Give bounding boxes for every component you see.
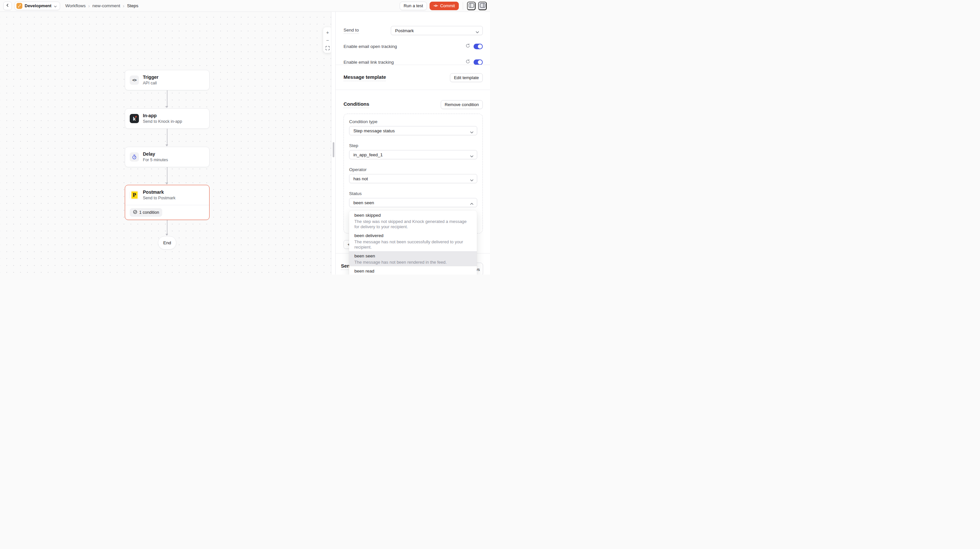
operator-select[interactable]: has not [349, 174, 477, 183]
workflow-canvas[interactable]: <> Trigger API call k In-app Send to Kno… [0, 12, 331, 275]
edit-template-button[interactable]: Edit template [450, 73, 483, 82]
link-tracking-toggle[interactable] [474, 59, 483, 65]
step-select[interactable]: in_app_feed_1 [349, 150, 477, 159]
node-postmark[interactable]: P Postmark Send to Postmark 1 condition [125, 185, 210, 220]
environment-label: Development [25, 3, 52, 8]
panel-resize-handle[interactable] [332, 142, 334, 157]
toggle-right-panel-button[interactable] [478, 2, 487, 10]
chevron-down-icon [54, 3, 57, 9]
edge-trigger-inapp [167, 89, 167, 106]
workflow-branch-icon [16, 3, 22, 9]
panel-right-icon [480, 3, 485, 9]
status-label: Status [349, 191, 477, 196]
condition-type-value: Step message status [353, 128, 395, 133]
panel-resize-gutter[interactable] [331, 12, 336, 275]
commit-label: Commit [440, 3, 455, 8]
edge-postmark-end [167, 220, 167, 234]
edge-arrowhead [165, 234, 168, 236]
node-delay[interactable]: Delay For 5 minutes [125, 147, 210, 167]
status-value: been seen [353, 200, 374, 205]
chevron-up-icon [470, 202, 474, 207]
condition-type-select[interactable]: Step message status [349, 126, 477, 135]
status-select[interactable]: been seen [349, 198, 477, 207]
dropdown-option-been-skipped[interactable]: been skipped The step was not skipped an… [349, 210, 477, 231]
option-description: The message has not been successfully de… [354, 239, 472, 250]
node-subtitle: For 5 minutes [143, 157, 168, 163]
chevron-down-icon [470, 154, 474, 159]
breadcrumb: Workflows › new-comment › Steps [65, 3, 138, 8]
edge-inapp-delay [167, 128, 167, 145]
back-button[interactable] [3, 2, 12, 10]
environment-switcher[interactable]: Development [14, 2, 60, 10]
node-end[interactable]: End [158, 236, 177, 250]
postmark-stamp-icon: P [130, 191, 139, 200]
zoom-out-button[interactable]: − [323, 36, 331, 44]
node-subtitle: API call [143, 80, 158, 86]
conditions-heading: Conditions [344, 101, 369, 108]
open-tracking-label: Enable email open tracking [344, 44, 397, 49]
run-test-button[interactable]: Run a test [400, 2, 427, 10]
chevron-left-icon [6, 3, 10, 8]
operator-label: Operator [349, 167, 477, 172]
breadcrumb-workflows[interactable]: Workflows [65, 3, 86, 8]
node-title: Delay [143, 151, 168, 157]
section-divider [336, 65, 490, 65]
commit-icon [434, 3, 438, 8]
edge-arrowhead [165, 106, 168, 108]
check-circle-icon [133, 210, 137, 215]
option-title: been skipped [354, 212, 472, 218]
breadcrumb-workflow-name[interactable]: new-comment [92, 3, 120, 8]
edge-delay-postmark [167, 167, 167, 183]
message-template-heading: Message template [344, 74, 386, 81]
option-description: The message has not been rendered in the… [354, 260, 472, 265]
chevron-right-icon: › [123, 3, 124, 8]
step-value: in_app_feed_1 [353, 152, 383, 157]
dropdown-option-been-seen[interactable]: been seen The message has not been rende… [349, 251, 477, 266]
step-label: Step [349, 143, 477, 148]
remove-condition-button[interactable]: Remove condition [441, 100, 483, 109]
node-subtitle: Send to Postmark [143, 196, 175, 201]
edge-arrowhead [165, 145, 168, 146]
stopwatch-icon [130, 152, 139, 162]
node-title: Postmark [143, 189, 175, 195]
chevron-down-icon [470, 130, 474, 135]
node-subtitle: Send to Knock in-app [143, 119, 182, 124]
send-to-value: Postmark [395, 28, 414, 33]
refresh-icon[interactable] [465, 43, 470, 49]
condition-type-label: Condition type [349, 119, 477, 124]
dropdown-option-been-delivered[interactable]: been delivered The message has not been … [349, 231, 477, 251]
option-title: been read [354, 268, 472, 274]
send-to-label: Send to [344, 27, 359, 34]
condition-badge-label: 1 condition [139, 210, 159, 215]
dropdown-option-been-read[interactable]: been read [349, 266, 477, 275]
knock-logo-icon: k [130, 114, 139, 123]
node-title: In-app [143, 113, 182, 119]
code-brackets-icon: <> [130, 75, 139, 85]
node-in-app[interactable]: k In-app Send to Knock in-app [125, 108, 210, 129]
node-trigger[interactable]: <> Trigger API call [125, 70, 210, 90]
edge-arrowhead [165, 183, 168, 185]
option-title: been seen [354, 253, 472, 259]
fit-view-button[interactable] [323, 44, 331, 52]
node-title: Trigger [143, 74, 158, 80]
send-to-select[interactable]: Postmark [391, 26, 483, 35]
refresh-icon[interactable] [465, 59, 470, 65]
canvas-zoom-controls: + − [323, 27, 331, 53]
commit-button[interactable]: Commit [430, 2, 459, 10]
top-bar: Development Workflows › new-comment › St… [0, 0, 490, 12]
option-description: The step was not skipped and Knock gener… [354, 219, 472, 229]
zoom-in-button[interactable]: + [323, 28, 331, 36]
link-tracking-label: Enable email link tracking [344, 60, 394, 65]
chevron-down-icon [470, 178, 474, 183]
breadcrumb-steps[interactable]: Steps [127, 3, 138, 8]
send-windows-heading-partial: Sen [341, 263, 350, 270]
open-tracking-toggle[interactable] [474, 44, 483, 49]
step-config-panel: Send to Postmark Enable email open track… [336, 12, 490, 275]
topbar-divider [463, 2, 463, 10]
toggle-left-panel-button[interactable] [467, 2, 476, 10]
operator-value: has not [353, 176, 368, 181]
chevron-down-icon [476, 30, 479, 35]
status-dropdown-menu: been skipped The step was not skipped an… [349, 210, 477, 275]
chevron-right-icon: › [88, 3, 90, 8]
condition-badge[interactable]: 1 condition [130, 208, 162, 217]
